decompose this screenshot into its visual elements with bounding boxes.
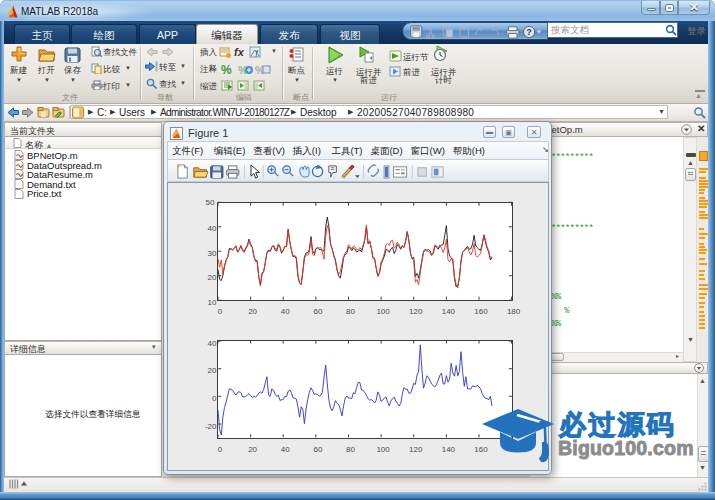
svg-text:?: ? — [527, 27, 532, 37]
svg-text:%: % — [221, 63, 232, 75]
svg-text:ƒ: ƒ — [255, 49, 259, 57]
svg-text:fx: fx — [234, 46, 245, 58]
